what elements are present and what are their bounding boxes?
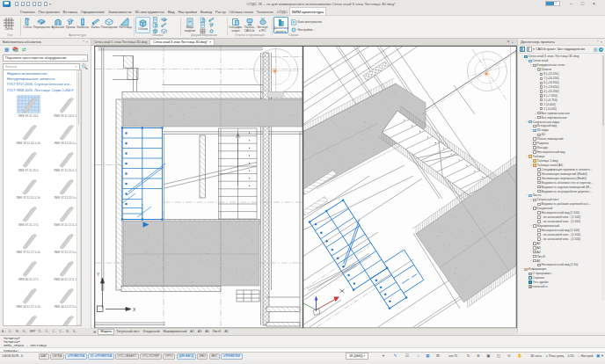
svg-text:IFC: IFC: [260, 18, 266, 21]
